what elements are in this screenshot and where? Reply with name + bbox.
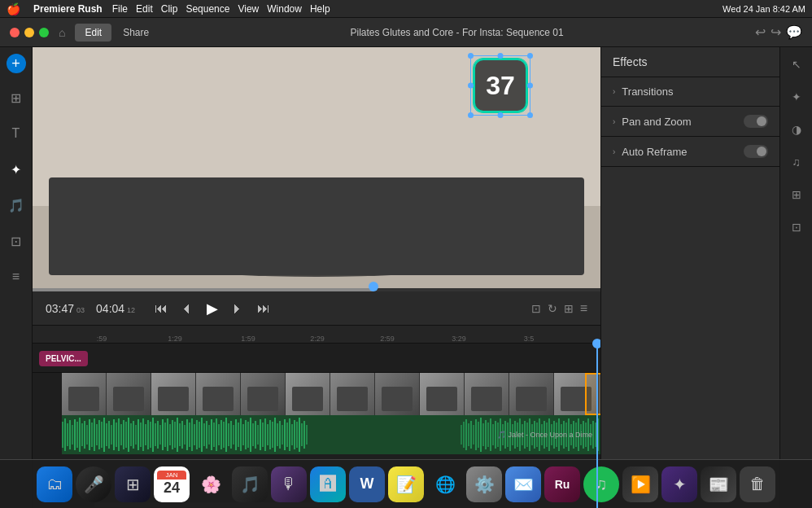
menu-file[interactable]: File	[112, 3, 128, 15]
svg-rect-164	[592, 421, 594, 449]
svg-rect-87	[252, 423, 254, 446]
dock-spotify[interactable]: ♫	[583, 466, 619, 502]
handle-bottom-left[interactable]	[468, 112, 474, 118]
menu-clip[interactable]: Clip	[161, 3, 178, 15]
main-layout: + ⊞ T ✦ 🎵 ⊡ ≡	[0, 47, 812, 508]
svg-rect-122	[490, 418, 491, 451]
effects-pan-zoom[interactable]: › Pan and Zoom	[601, 107, 779, 137]
svg-rect-102	[289, 418, 290, 451]
step-back-button[interactable]: ⏴	[177, 300, 197, 318]
step-forward-button[interactable]: ⏵	[228, 300, 247, 318]
svg-rect-98	[279, 421, 281, 449]
sidebar-icon-layers[interactable]: ⊞	[5, 86, 28, 109]
handle-bottom-right[interactable]	[527, 112, 533, 118]
svg-rect-23	[96, 424, 98, 445]
label-track: PELVIC...	[33, 344, 88, 373]
video-thumb-7	[330, 373, 375, 415]
effects-transitions[interactable]: › Transitions	[601, 77, 779, 107]
handle-top-mid[interactable]	[498, 53, 504, 59]
clip-highlight[interactable]	[585, 373, 600, 415]
dock-siri[interactable]: 🎤	[76, 466, 111, 502]
dock-podcasts[interactable]: 🎙	[271, 466, 307, 502]
svg-rect-9	[62, 422, 63, 448]
handle-top-left[interactable]	[468, 53, 474, 59]
menu-sequence[interactable]: Sequence	[186, 3, 229, 15]
tab-share[interactable]: Share	[113, 24, 159, 42]
pelvic-clip-label[interactable]: PELVIC...	[39, 351, 88, 366]
edge-icon-cursor[interactable]: ↖	[786, 54, 807, 75]
edge-icon-grid[interactable]: ⊞	[786, 184, 807, 205]
sidebar-icon-audio[interactable]: 🎵	[5, 194, 28, 217]
auto-reframe-toggle[interactable]	[744, 145, 768, 158]
dock-chrome[interactable]: 🌐	[427, 466, 463, 502]
handle-top-right[interactable]	[527, 53, 533, 59]
svg-rect-71	[213, 423, 215, 447]
sidebar-icon-crop[interactable]: ⊡	[5, 230, 28, 252]
tab-edit[interactable]: Edit	[75, 24, 111, 42]
timer-selection-box[interactable]	[470, 55, 530, 116]
close-button[interactable]	[10, 28, 20, 37]
dock-creativity[interactable]: ✦	[661, 466, 697, 502]
svg-point-8	[124, 218, 169, 247]
dock-launchpad[interactable]: ⊞	[115, 466, 151, 502]
handle-mid-left[interactable]	[468, 83, 474, 89]
redo-button[interactable]: ↪	[771, 24, 781, 40]
dock-photos[interactable]: 🌸	[193, 466, 229, 502]
dock-system-prefs[interactable]: ⚙️	[466, 466, 502, 502]
dock-quicktime[interactable]: ▶️	[622, 466, 658, 502]
video-strip[interactable]	[62, 373, 600, 415]
handle-mid-right[interactable]	[527, 83, 533, 89]
preview-thumb[interactable]	[369, 282, 378, 291]
dock-premiere-rush[interactable]: Ru	[544, 466, 580, 502]
edge-icon-fx[interactable]: ✦	[786, 86, 807, 107]
dock-appstore[interactable]: 🅰	[310, 466, 346, 502]
sidebar-icon-text[interactable]: T	[5, 122, 28, 145]
video-thumb-11	[509, 373, 554, 415]
sidebar-icon-list[interactable]: ≡	[5, 265, 28, 288]
app-header: ⌂ Edit Share Pilates Glutes and Core - F…	[0, 18, 812, 47]
minimize-button[interactable]	[24, 28, 34, 37]
svg-rect-53	[169, 424, 171, 445]
comments-button[interactable]: 💬	[786, 24, 802, 40]
effects-auto-reframe[interactable]: › Auto Reframe	[601, 137, 779, 167]
transport-right-icons: ⊡ ↻ ⊞	[531, 302, 574, 315]
menu-window[interactable]: Window	[267, 3, 302, 15]
dock-finder[interactable]: 🗂	[37, 466, 72, 502]
edge-icon-color[interactable]: ◑	[786, 119, 807, 140]
home-button[interactable]: ⌂	[59, 26, 65, 39]
maximize-button[interactable]	[39, 28, 49, 37]
play-button[interactable]: ▶	[203, 298, 221, 319]
preview-scrubber[interactable]	[33, 288, 600, 291]
svg-rect-37	[130, 423, 132, 446]
dock-trash[interactable]: 🗑	[740, 466, 775, 502]
pan-zoom-toggle[interactable]	[744, 115, 768, 128]
dock-notes[interactable]: 📝	[388, 466, 424, 502]
apple-menu[interactable]: 🍎	[7, 2, 20, 15]
add-media-button[interactable]: +	[7, 54, 26, 73]
dock-music[interactable]: 🎵	[232, 466, 268, 502]
edge-icon-audio[interactable]: ♫	[786, 151, 807, 173]
svg-rect-17	[81, 423, 83, 446]
audio-strip[interactable]: 🎵 Jalet - Once Upon a Dime // Generated …	[62, 415, 600, 454]
export-frame-icon[interactable]: ⊞	[564, 302, 574, 315]
total-time: 04:04	[96, 302, 124, 315]
dock-mail[interactable]: ✉️	[505, 466, 541, 502]
dock-calendar[interactable]: JAN 24	[154, 466, 190, 502]
sidebar-icon-fx[interactable]: ✦	[5, 158, 28, 181]
skip-to-end-button[interactable]: ⏭	[254, 300, 273, 318]
handle-bottom-mid[interactable]	[498, 112, 504, 118]
fit-to-frame-icon[interactable]: ⊡	[531, 302, 541, 315]
left-sidebar: + ⊞ T ✦ 🎵 ⊡ ≡	[0, 47, 33, 508]
menu-help[interactable]: Help	[310, 3, 330, 15]
skip-to-start-button[interactable]: ⏮	[151, 300, 171, 318]
dock-word[interactable]: W	[349, 466, 385, 502]
dock-browser-app[interactable]: 📰	[701, 466, 736, 502]
loop-icon[interactable]: ↻	[548, 302, 557, 315]
svg-rect-124	[495, 421, 496, 449]
menu-edit[interactable]: Edit	[136, 3, 153, 15]
edge-icon-crop[interactable]: ⊡	[786, 217, 807, 238]
menu-view[interactable]: View	[238, 3, 259, 15]
timeline-playhead[interactable]	[596, 344, 598, 508]
transport-menu-icon[interactable]: ≡	[580, 301, 587, 316]
undo-button[interactable]: ↩	[755, 24, 766, 40]
